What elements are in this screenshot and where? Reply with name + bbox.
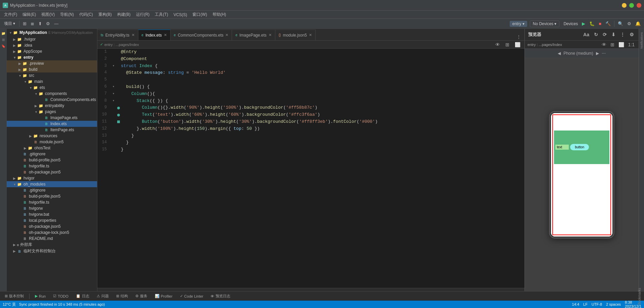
btn-preview-log[interactable]: 👁 预览日志 xyxy=(209,293,232,299)
project-selector[interactable]: 项目 ▾ xyxy=(2,21,17,27)
build-button[interactable]: 🔨 xyxy=(604,20,612,27)
tree-hvigorfile2[interactable]: ▶ 🗎 hvigorfile.ts xyxy=(7,199,97,205)
tree-oh-package-lock[interactable]: ▶ 🗎 oh-package-lock.json5 xyxy=(7,229,97,236)
tree-hvigorw-bat[interactable]: ▶ 🗎 hvigorw.bat xyxy=(7,211,97,217)
btn-todo[interactable]: ☑ TODO xyxy=(51,293,71,299)
search-everywhere-icon[interactable]: 🔍 xyxy=(616,20,625,27)
bookmarks-label[interactable]: Bookmarks xyxy=(638,288,641,305)
tree-hvigorfile[interactable]: ▶ 🗎 hvigorfile.ts xyxy=(7,163,97,169)
tree-main[interactable]: ▾ 📁 main xyxy=(7,79,97,85)
status-position[interactable]: 14:4 xyxy=(572,302,579,306)
preview-refresh-icon[interactable]: ↻ xyxy=(593,31,599,38)
tree-pages[interactable]: ▾ 📁 pages xyxy=(7,109,97,115)
preview-button-element[interactable]: button xyxy=(570,144,589,150)
left-panel-icon-3[interactable]: 🔖 xyxy=(1,43,5,49)
btn-run[interactable]: ▶ Run xyxy=(33,293,48,299)
menu-window[interactable]: 窗口(W) xyxy=(190,11,210,18)
tree-resources[interactable]: ▶ 📁 resources xyxy=(7,133,97,139)
preview-rotate-icon[interactable]: ⟳ xyxy=(601,31,608,38)
tree-hvigorw[interactable]: ▶ 🗎 hvigorw xyxy=(7,205,97,211)
tree-oh-package2[interactable]: ▶ 🗎 oh-package.json5 xyxy=(7,223,97,229)
menu-refactor[interactable]: 重构(B) xyxy=(96,11,114,18)
preview-forward-icon[interactable]: ▶ xyxy=(596,51,599,56)
tree-preview[interactable]: ▶ 📁 .preview xyxy=(7,60,97,66)
preview-more-btn[interactable]: ⋯ xyxy=(602,51,606,56)
breadcrumb-expand-icon[interactable]: ⬜ xyxy=(513,41,522,48)
preview-grid-icon[interactable]: ⊞ xyxy=(609,41,616,48)
menu-help[interactable]: 帮助(H) xyxy=(210,11,229,18)
tab-module-json-close[interactable]: ✕ xyxy=(309,33,312,37)
tree-gitignore[interactable]: ▶ 🗎 .gitignore xyxy=(7,151,97,157)
editor-horizontal-scrollbar[interactable] xyxy=(97,288,524,291)
preview-zoom-icon[interactable]: ⬜ xyxy=(617,41,626,48)
fold-8[interactable]: ▾ xyxy=(111,98,116,105)
preview-eye-icon[interactable]: 👁 xyxy=(600,41,608,48)
sort-btn[interactable]: ⬆ xyxy=(37,20,43,27)
devices-label[interactable]: Devices xyxy=(562,21,579,26)
btn-services[interactable]: ⚙ 服务 xyxy=(133,293,149,299)
tree-scratch[interactable]: ▶ 🗎 临时文件和控制台 xyxy=(7,248,97,254)
tab-entryability[interactable]: ts EntryAbility.ts ✕ xyxy=(97,30,138,40)
tree-readme[interactable]: ▶ 🗎 README.md xyxy=(7,236,97,242)
settings-icon[interactable]: ⚙ xyxy=(626,20,633,27)
tab-imagepage-close[interactable]: ✕ xyxy=(269,33,272,37)
fold-3[interactable]: ▾ xyxy=(111,63,116,70)
settings-gear-icon[interactable]: ⚙ xyxy=(45,20,51,27)
tree-appscope[interactable]: ▶ 📁 AppScope xyxy=(7,48,97,54)
tab-index-close[interactable]: ✕ xyxy=(164,33,167,37)
menu-navigate[interactable]: 导航(N) xyxy=(57,11,77,18)
eye-icon[interactable]: 👁 xyxy=(494,41,501,48)
run-button[interactable]: ▶ xyxy=(581,20,587,27)
tree-imagepage[interactable]: ▶ 🗎 ImagePage.ets xyxy=(7,115,97,121)
tree-src[interactable]: ▾ 📁 src xyxy=(7,72,97,79)
minimize-button[interactable] xyxy=(622,3,627,8)
tree-itempage[interactable]: ▶ 🗎 ItemPage.ets xyxy=(7,127,97,133)
device-selector[interactable]: No Devices ▾ xyxy=(530,20,560,27)
btn-version-control[interactable]: ⊞ 版本控制 xyxy=(3,293,26,299)
maximize-button[interactable] xyxy=(629,3,634,8)
tab-commoncomp-close[interactable]: ✕ xyxy=(225,33,228,37)
fold-7[interactable]: ▾ xyxy=(111,91,116,98)
btn-problems[interactable]: ⚠ 问题 xyxy=(95,293,111,299)
tree-gitignore2[interactable]: ▶ 🗎 .gitignore xyxy=(7,187,97,193)
preview-text-size-icon[interactable]: Aa xyxy=(582,31,591,38)
left-panel-icon-1[interactable]: 📁 xyxy=(1,30,5,37)
tab-index[interactable]: e Index.ets ✕ xyxy=(138,30,171,40)
stop-button[interactable]: ■ xyxy=(597,20,603,27)
btn-structure[interactable]: ⊞ 结构 xyxy=(114,293,130,299)
tree-oh-modules[interactable]: ▾ 📁 oh_modules xyxy=(7,181,97,187)
tree-build[interactable]: ▶ 📁 build xyxy=(7,66,97,72)
preview-fullscreen-icon[interactable]: 1:1 xyxy=(627,41,636,48)
tree-module-json[interactable]: ▶ 🗎 module.json5 xyxy=(7,139,97,145)
list-btn[interactable]: ≣ xyxy=(29,20,36,27)
tree-hvigor2[interactable]: ▶ 📁 hvigor xyxy=(7,175,97,181)
menu-code[interactable]: 代码(C) xyxy=(77,11,96,18)
code-editor[interactable]: 1 @Entry 2 @Component 3 ▾ struct Index { xyxy=(97,49,524,288)
status-indent[interactable]: 2 spaces xyxy=(606,302,621,306)
entry-selector[interactable]: entry ▾ xyxy=(510,21,527,27)
menu-file[interactable]: 文件(F) xyxy=(1,11,20,18)
tree-index[interactable]: ▶ 🗎 Index.ets xyxy=(7,121,97,127)
tree-build-profile2[interactable]: ▶ 🗎 build-profile.json5 xyxy=(7,193,97,199)
btn-profiler[interactable]: 📊 Profiler xyxy=(153,293,175,299)
sync-btn[interactable]: ⊞ xyxy=(21,20,28,27)
tab-imagepage[interactable]: e ImagePage.ets ✕ xyxy=(232,30,275,40)
btn-code-linter[interactable]: ✓ Code Linter xyxy=(178,293,205,299)
fold-6[interactable]: ▾ xyxy=(111,84,116,91)
tree-ohostest[interactable]: ▶ 📁 ohosTest xyxy=(7,145,97,151)
collapse-btn[interactable]: — xyxy=(53,20,60,27)
menu-vcs[interactable]: VCS(S) xyxy=(171,12,190,18)
tree-entry[interactable]: ▾ 📁 entry xyxy=(7,54,97,60)
tree-hvigor[interactable]: ▶ 📁 .hvigor xyxy=(7,36,97,42)
tree-oh-package[interactable]: ▶ 🗎 oh-package.json5 xyxy=(7,169,97,175)
tree-components[interactable]: ▾ 📁 components xyxy=(7,91,97,97)
left-panel-icon-2[interactable]: ⊞ xyxy=(2,37,5,43)
project-root[interactable]: ▾ 📁 MyApplication E:\HarmonyOS\MyApplica… xyxy=(7,29,97,36)
menu-view[interactable]: 视图(V) xyxy=(39,11,57,18)
debug-button[interactable]: 🐛 xyxy=(588,20,596,27)
close-button[interactable] xyxy=(637,3,641,8)
status-charset[interactable]: UTF-8 xyxy=(592,302,602,306)
btn-log[interactable]: 📋 日志 xyxy=(74,293,91,299)
preview-download-icon[interactable]: ⬇ xyxy=(610,31,617,38)
tab-entryability-close[interactable]: ✕ xyxy=(132,33,135,37)
